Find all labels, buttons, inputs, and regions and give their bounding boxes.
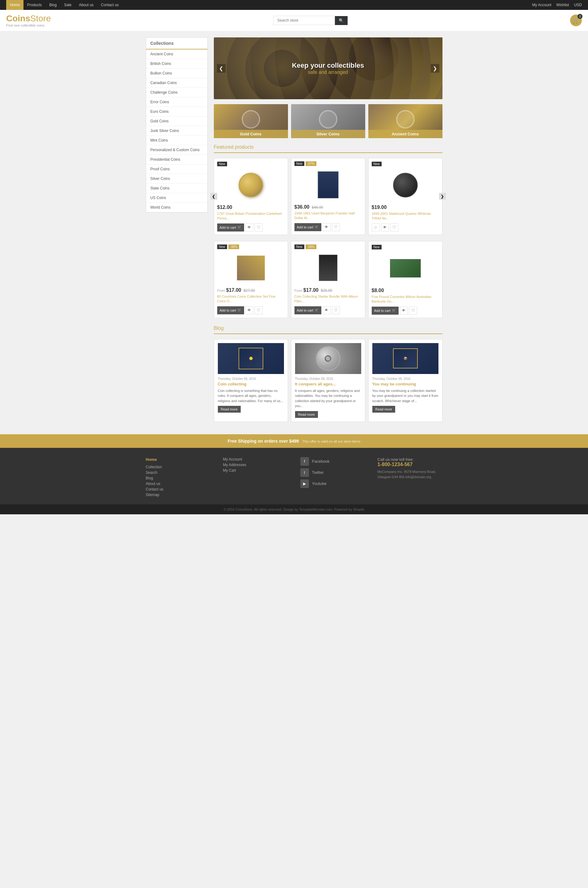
quick-view-button-3[interactable]: 👁 [381,224,389,231]
add-to-cart-button-1[interactable]: Add to cart 🛒 [217,224,244,231]
wishlist-button-3[interactable]: ♡ [390,224,398,231]
from-prefix-5: From [294,289,303,292]
shipping-subtext: This offer is valid on all our store ite… [303,440,360,443]
wishlist-button-5[interactable]: ♡ [332,306,340,314]
product-price-4: $17.00 [226,287,242,293]
youtube-icon[interactable]: ▶ [300,479,309,488]
quick-view-button-2[interactable]: 👁 [322,223,331,231]
add-to-cart-button-2[interactable]: Add to cart 🛒 [294,223,321,231]
sidebar-item-canadian-coins[interactable]: Canadian Coins [146,78,207,88]
category-ancient-coins[interactable]: Ancient Coins [368,104,442,138]
logo[interactable]: CoinsStore Find rare collectible coins [6,14,51,27]
sidebar-item-proof-coins[interactable]: Proof Coins [146,164,207,174]
footer-my-account-link[interactable]: My Account [223,457,288,461]
nav-home[interactable]: Home [6,0,24,10]
search-button[interactable]: 🔍 [335,16,348,25]
sidebar-item-presidential-coins[interactable]: Presidential Coins [146,155,207,164]
footer-about-link[interactable]: About us [146,482,211,486]
read-more-button-2[interactable]: Read more [295,411,318,418]
footer-blog-link[interactable]: Blog [146,476,211,480]
product-card-6: New $8.00 Five-Pound Cooombs Wilson Aust… [368,241,442,318]
sidebar-item-personalized-coins[interactable]: Personalized & Custom Coins [146,145,207,155]
sidebar-item-world-coins[interactable]: World Coins [146,203,207,212]
cart-button[interactable]: 🛒 0 [570,15,582,26]
blog-post-title-3[interactable]: You may be continuing [372,382,438,386]
category-gold-coins[interactable]: Gold Coins [214,104,288,138]
currency-selector[interactable]: USD [574,3,582,7]
product-name-6[interactable]: Five-Pound Cooombs Wilson Australian Ban… [372,294,439,304]
products-next-button[interactable]: ❯ [439,193,446,200]
blog-grid: 🪙 Thursday, October 06, 2016 Coin collec… [214,339,442,422]
blog-post-title-1[interactable]: Coin collecting [218,382,284,386]
add-to-cart-button-4[interactable]: Add to cart 🛒 [217,306,244,314]
search-input[interactable] [273,16,335,25]
wishlist-button-1[interactable]: ♡ [255,224,262,231]
add-to-cart-button-6[interactable]: Add to cart 🛒 [372,307,399,315]
quick-view-button-1[interactable]: 👁 [245,224,254,231]
product-name-2[interactable]: 1948-1963 Used Benjamin Franklin Half Do… [294,211,362,221]
quick-view-button-4[interactable]: 👁 [245,306,254,314]
footer-copyright: © 2016 CoinsStore. All rights reserved. … [0,505,588,514]
twitter-label[interactable]: Twitter [312,470,324,475]
search-bar: 🔍 [273,16,348,25]
sidebar-item-silver-coins[interactable]: Silver Coins [146,174,207,183]
nav-about[interactable]: About us [75,0,97,10]
book-image [319,255,338,281]
add-to-cart-button-5[interactable]: Add to cart 🛒 [294,306,321,314]
cart-badge: 0 [578,14,582,19]
nav-sale[interactable]: Sale [60,0,75,10]
logo-coins: Coins [6,14,30,23]
product-actions-6: Add to cart 🛒 👁 ♡ [372,307,439,315]
sidebar-item-challenge-coins[interactable]: Challenge Coins [146,88,207,98]
sidebar-item-ancient-coins[interactable]: Ancient Coins [146,50,207,59]
sidebar-collection-list: Ancient Coins British Coins Bullion Coin… [146,50,208,213]
wishlist-button-2[interactable]: ♡ [332,223,340,231]
category-ancient-label: Ancient Coins [368,130,442,138]
product-name-1[interactable]: 1797 Great Britain Proclamation Cartwhee… [217,212,285,221]
read-more-button-3[interactable]: Read more [372,406,395,413]
facebook-label[interactable]: Facebook [312,459,330,464]
footer-collection-link[interactable]: Collection [146,465,211,469]
sidebar-item-mint-coins[interactable]: Mint Coins [146,136,207,145]
footer-search-link[interactable]: Search [146,470,211,475]
footer-my-cart-link[interactable]: My Cart [223,468,288,473]
coin-image-gold [238,173,263,197]
sidebar-item-bullion-coins[interactable]: Bullion Coins [146,69,207,78]
sidebar-item-us-coins[interactable]: US Coins [146,193,207,203]
products-prev-button[interactable]: ❮ [210,193,217,200]
blog-post-title-2[interactable]: It conquers all ages... [295,382,361,386]
stamps-image [237,255,265,280]
footer-contact-link[interactable]: Contact us [146,487,211,491]
quick-view-button-6[interactable]: 👁 [400,307,408,315]
wishlist-link[interactable]: Wishlist [556,3,569,7]
footer-sitemap-link[interactable]: Sitemap [146,493,211,497]
category-silver-coins[interactable]: Silver Coins [291,104,365,138]
sidebar-item-junk-silver-coins[interactable]: Junk Silver Coins [146,126,207,136]
quick-view-button-5[interactable]: 👁 [322,306,331,314]
twitter-icon[interactable]: t [300,468,309,477]
footer-col-2: My Account My Addresses My Cart [223,457,288,498]
wishlist-button-6[interactable]: ♡ [409,307,417,315]
product-name-3[interactable]: 1999-2001 Statehood Quarter Whitman Trif… [372,212,439,221]
youtube-label[interactable]: Youtube [312,481,327,486]
sidebar-item-british-coins[interactable]: British Coins [146,59,207,69]
sidebar-item-gold-coins[interactable]: Gold Coins [146,117,207,126]
banknote-image [390,259,421,278]
sidebar-item-error-coins[interactable]: Error Coins [146,98,207,107]
sidebar-item-state-coins[interactable]: State Coins [146,183,207,193]
blog-post-text-1: Coin collecting is something that has no… [218,388,284,404]
read-more-button-1[interactable]: Read more [218,406,241,413]
sidebar-item-euro-coins[interactable]: Euro Coins [146,107,207,117]
nav-products[interactable]: Products [24,0,45,10]
wishlist-button-4[interactable]: ♡ [255,306,262,314]
my-account-link[interactable]: My Account [532,3,551,7]
hero-banner: ❮ Keep your collectibles safe and arrang… [214,38,442,99]
hero-prev-button[interactable]: ❮ [217,64,225,73]
nav-blog[interactable]: Blog [45,0,60,10]
nav-contact[interactable]: Contact us [98,0,122,10]
hero-next-button[interactable]: ❯ [431,64,440,73]
facebook-icon[interactable]: f [300,457,309,466]
product-name-4[interactable]: 60 Countries Coins Collection Set Fine C… [217,294,285,304]
product-name-5[interactable]: Coin Collecting Starter Bundle With Albu… [294,294,362,304]
footer-my-addresses-link[interactable]: My Addresses [223,463,288,467]
